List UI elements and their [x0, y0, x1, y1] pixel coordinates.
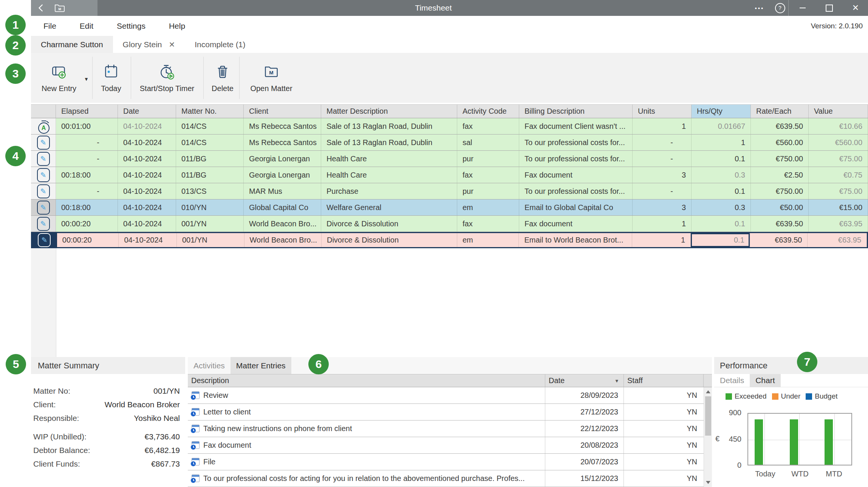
entries-cell-date[interactable]: 27/12/2023: [545, 404, 624, 420]
cell-hrs_qty[interactable]: 0.1: [691, 233, 750, 247]
cell-date[interactable]: 04-10-2024: [118, 167, 176, 183]
column-header-activity_code[interactable]: Activity Code: [457, 105, 519, 118]
column-header-date[interactable]: Date: [118, 105, 176, 118]
cell-rate_each[interactable]: €2.50: [751, 167, 809, 183]
cell-billing_description[interactable]: To our professional costs for...: [519, 151, 633, 167]
cell-units[interactable]: 1: [632, 233, 691, 247]
column-header-client[interactable]: Client: [244, 105, 321, 118]
cell-client[interactable]: Ms Rebecca Santos: [244, 118, 321, 134]
cell-date[interactable]: 04-10-2024: [118, 135, 176, 150]
cell-units[interactable]: 1: [633, 118, 692, 134]
menu-item-file[interactable]: File: [43, 22, 56, 31]
more-options-icon[interactable]: •••: [752, 0, 767, 16]
cell-matter_description[interactable]: Sale of 13 Raglan Road, Dublin: [321, 135, 457, 150]
cell-matter_description[interactable]: Divorce & Dissolution: [322, 233, 457, 247]
cell-units[interactable]: -: [633, 135, 692, 150]
entries-row[interactable]: Review28/09/2023YN: [188, 387, 704, 404]
scroll-down-icon[interactable]: [706, 481, 710, 484]
cell-matter_no[interactable]: 001/YN: [176, 216, 244, 232]
entries-cell-date[interactable]: 15/12/2023: [545, 470, 624, 487]
scroll-up-icon[interactable]: [706, 390, 710, 393]
cell-date[interactable]: 04-10-2024: [118, 151, 176, 167]
entries-cell-date[interactable]: 22/12/2023: [545, 421, 624, 437]
cell-elapsed[interactable]: 00:18:00: [56, 199, 118, 215]
cell-matter_description[interactable]: Welfare General: [321, 199, 457, 215]
tab-matter-entries[interactable]: Matter Entries: [231, 357, 291, 374]
cell-activity_code[interactable]: pur: [457, 151, 519, 167]
toolbar-button-open-matter[interactable]: MOpen Matter: [237, 53, 305, 103]
entries-cell-staff[interactable]: YN: [624, 470, 703, 487]
cell-rate_each[interactable]: €750.00: [751, 151, 809, 167]
cell-date[interactable]: 04-10-2024: [119, 233, 177, 247]
entries-column-header-date[interactable]: Date▾: [545, 374, 624, 387]
minimize-icon[interactable]: [795, 0, 810, 16]
cell-activity_code[interactable]: fax: [457, 167, 519, 183]
cell-value[interactable]: €75.00: [809, 151, 868, 167]
column-header-billing_description[interactable]: Billing Description: [519, 105, 633, 118]
row-gutter-cell[interactable]: A: [31, 118, 56, 134]
cell-rate_each[interactable]: €50.00: [751, 199, 809, 215]
cell-rate_each[interactable]: €639.50: [751, 216, 809, 232]
cell-client[interactable]: Global Capital Co: [244, 199, 321, 215]
cell-activity_code[interactable]: sal: [457, 135, 519, 150]
cell-hrs_qty[interactable]: 0.3: [692, 167, 751, 183]
cell-units[interactable]: 3: [633, 199, 692, 215]
cell-billing_description[interactable]: Fax document Client wasn't ...: [519, 118, 633, 134]
cell-elapsed[interactable]: 00:00:20: [57, 233, 119, 247]
cell-units[interactable]: -: [633, 183, 692, 199]
entries-cell-date[interactable]: 28/09/2023: [545, 387, 624, 404]
cell-hrs_qty[interactable]: 0.1: [692, 151, 751, 167]
row-gutter-cell[interactable]: ✎: [31, 183, 56, 199]
help-icon[interactable]: ?: [772, 0, 788, 16]
row-gutter-cell[interactable]: ✎: [32, 233, 57, 247]
cell-value[interactable]: €560.00: [809, 135, 868, 150]
row-gutter-cell[interactable]: ✎: [31, 216, 56, 232]
row-gutter-cell[interactable]: ✎: [31, 199, 56, 215]
row-gutter-cell[interactable]: ✎: [31, 135, 56, 150]
cell-client[interactable]: World Beacon Bro...: [244, 216, 321, 232]
tab-glory-stein[interactable]: Glory Stein✕: [113, 36, 185, 53]
cell-activity_code[interactable]: fax: [457, 118, 519, 134]
entries-cell-description[interactable]: Review: [188, 387, 545, 404]
cell-elapsed[interactable]: -: [56, 135, 118, 150]
scrollbar-thumb[interactable]: [705, 396, 711, 436]
entries-cell-description[interactable]: Letter to client: [188, 404, 545, 420]
cell-hrs_qty[interactable]: 0.3: [692, 199, 751, 215]
column-header-matter_no[interactable]: Matter No.: [176, 105, 244, 118]
column-header-value[interactable]: Value: [809, 105, 868, 118]
entries-row[interactable]: Fax document20/08/2023YN: [188, 437, 704, 454]
table-row[interactable]: A00:01:0004-10-2024014/CSMs Rebecca Sant…: [31, 118, 868, 135]
entries-row[interactable]: Letter to client27/12/2023YN: [188, 404, 704, 421]
cell-date[interactable]: 04-10-2024: [118, 216, 176, 232]
cell-elapsed[interactable]: -: [56, 183, 118, 199]
entries-cell-staff[interactable]: YN: [624, 421, 703, 437]
cell-activity_code[interactable]: pur: [457, 183, 519, 199]
entries-cell-date[interactable]: 20/07/2023: [545, 454, 624, 470]
cell-matter_no[interactable]: 010/YN: [176, 199, 244, 215]
close-icon[interactable]: ✕: [847, 0, 864, 16]
cell-elapsed[interactable]: 00:00:20: [56, 216, 118, 232]
cell-billing_description[interactable]: Email to World Beacon Brot...: [519, 233, 632, 247]
entries-row[interactable]: To our professional costs for acting for…: [188, 470, 704, 487]
cell-value[interactable]: €63.95: [809, 216, 868, 232]
cell-elapsed[interactable]: 00:18:00: [56, 167, 118, 183]
cell-hrs_qty[interactable]: 0.01667: [692, 118, 751, 134]
cell-billing_description[interactable]: Email to Global Capital Co: [519, 199, 633, 215]
cell-billing_description[interactable]: To our professional costs for...: [519, 135, 633, 150]
entries-cell-description[interactable]: Taking new instructions on phone from cl…: [188, 421, 545, 437]
cell-date[interactable]: 04-10-2024: [118, 118, 176, 134]
cell-activity_code[interactable]: em: [457, 199, 519, 215]
cell-activity_code[interactable]: em: [457, 233, 519, 247]
tab-chart[interactable]: Chart: [750, 374, 780, 387]
cell-hrs_qty[interactable]: 1: [692, 135, 751, 150]
menu-item-settings[interactable]: Settings: [117, 22, 145, 31]
cell-client[interactable]: World Beacon Bro...: [244, 233, 322, 247]
cell-rate_each[interactable]: €639.50: [750, 233, 808, 247]
table-row[interactable]: ✎-04-10-2024014/CSMs Rebecca SantosSale …: [31, 135, 868, 151]
entries-cell-staff[interactable]: YN: [624, 437, 703, 453]
entries-row[interactable]: File20/07/2023YN: [188, 454, 704, 470]
maximize-icon[interactable]: [822, 0, 837, 16]
cell-matter_description[interactable]: Health Care: [321, 167, 457, 183]
cell-value[interactable]: €63.95: [808, 233, 867, 247]
cell-matter_description[interactable]: Sale of 13 Raglan Road, Dublin: [321, 118, 457, 134]
